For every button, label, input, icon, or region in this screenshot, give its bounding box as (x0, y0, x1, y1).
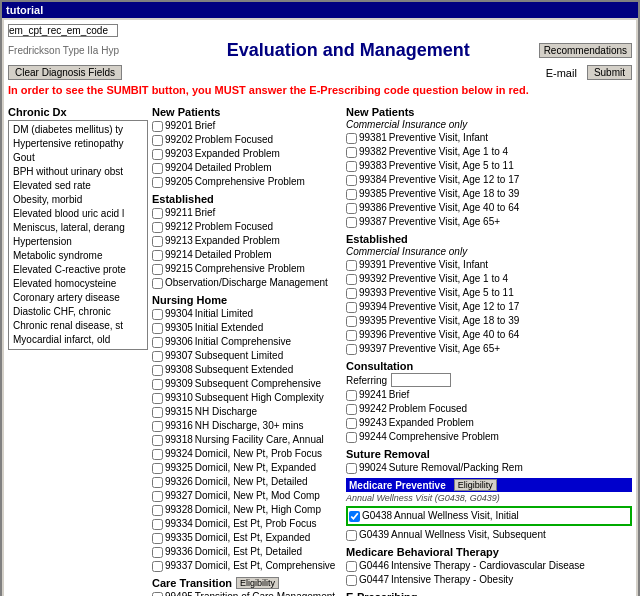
care-transition-label: Care Transition (152, 577, 232, 589)
toolbar-row: Clear Diagnosis Fields E-mail Submit (8, 65, 632, 80)
item-99335[interactable]: 99335Domicil, Est Pt, Expanded (152, 531, 342, 545)
chronic-item-dm[interactable]: DM (diabetes mellitus) ty (11, 123, 145, 137)
referring-input[interactable] (391, 373, 451, 387)
left-header-note: Fredrickson Type IIa Hyp (8, 45, 158, 56)
item-99304[interactable]: 99304Initial Limited (152, 307, 342, 321)
main-content: Fredrickson Type IIa Hyp Evaluation and … (4, 20, 636, 596)
chronic-item-mi[interactable]: Myocardial infarct, old (11, 333, 145, 347)
item-99396[interactable]: 99396Preventive Visit, Age 40 to 64 (346, 328, 632, 342)
item-99328[interactable]: 99328Domicil, New Pt, High Comp (152, 503, 342, 517)
e-prescribing-section: E-Prescribing Was at least one prescript… (346, 591, 632, 596)
chronic-item-homocys[interactable]: Elevated homocysteine (11, 277, 145, 291)
email-label: E-mail (546, 67, 577, 79)
item-99307[interactable]: 99307Subsequent Limited (152, 349, 342, 363)
item-99393[interactable]: 99393Preventive Visit, Age 5 to 11 (346, 286, 632, 300)
referring-label: Referring (346, 375, 387, 386)
item-99326[interactable]: 99326Domicil, New Pt, Detailed (152, 475, 342, 489)
item-99495[interactable]: 99495Transition of Care Management (152, 590, 342, 596)
chronic-item-meniscus[interactable]: Meniscus, lateral, derang (11, 221, 145, 235)
new-patients-right-subheader: Commercial Insurance only (346, 119, 632, 130)
care-transition-eligibility-button[interactable]: Eligibility (236, 577, 279, 589)
chronic-item-cad[interactable]: Coronary artery disease (11, 291, 145, 305)
item-99305[interactable]: 99305Initial Extended (152, 321, 342, 335)
item-99397[interactable]: 99397Preventive Visit, Age 65+ (346, 342, 632, 356)
chronic-dx-box: DM (diabetes mellitus) ty Hypertensive r… (8, 120, 148, 350)
chronic-item-ckd[interactable]: Chronic renal disease, st (11, 319, 145, 333)
item-g0439[interactable]: G0439Annual Wellness Visit, Subsequent (346, 528, 632, 542)
item-99384[interactable]: 99384Preventive Visit, Age 12 to 17 (346, 173, 632, 187)
columns-wrapper: Chronic Dx DM (diabetes mellitus) ty Hyp… (8, 102, 632, 596)
item-99392[interactable]: 99392Preventive Visit, Age 1 to 4 (346, 272, 632, 286)
item-99241[interactable]: 99241Brief (346, 388, 632, 402)
page-title: Evaluation and Management (158, 40, 539, 61)
chronic-item-uric[interactable]: Elevated blood uric acid l (11, 207, 145, 221)
item-99387[interactable]: 99387Preventive Visit, Age 65+ (346, 215, 632, 229)
care-transition-header: Care Transition Eligibility (152, 577, 342, 589)
item-99316[interactable]: 99316NH Discharge, 30+ mins (152, 419, 342, 433)
item-99315[interactable]: 99315NH Discharge (152, 405, 342, 419)
item-99203[interactable]: 99203Expanded Problem (152, 147, 342, 161)
item-g0446[interactable]: G0446Intensive Therapy - Cardiovascular … (346, 559, 632, 573)
chronic-item-obesity[interactable]: Obesity, morbid (11, 193, 145, 207)
medicare-preventive-note: Annual Wellness Visit (G0438, G0439) (346, 492, 632, 504)
item-99212[interactable]: 99212Problem Focused (152, 220, 342, 234)
suture-header: Suture Removal (346, 448, 632, 460)
medicare-preventive-label: Medicare Preventive (349, 480, 446, 491)
item-99336[interactable]: 99336Domicil, Est Pt, Detailed (152, 545, 342, 559)
chronic-item-crp[interactable]: Elevated C-reactive prote (11, 263, 145, 277)
medicare-preventive-header: Medicare Preventive Eligibility (346, 478, 632, 492)
item-99024[interactable]: 99024Suture Removal/Packing Rem (346, 461, 632, 475)
header-row: Fredrickson Type IIa Hyp Evaluation and … (8, 40, 632, 61)
item-99309[interactable]: 99309Subsequent Comprehensive (152, 377, 342, 391)
item-99383[interactable]: 99383Preventive Visit, Age 5 to 11 (346, 159, 632, 173)
item-99215[interactable]: 99215Comprehensive Problem (152, 262, 342, 276)
clear-diagnosis-button[interactable]: Clear Diagnosis Fields (8, 65, 122, 80)
item-99205[interactable]: 99205Comprehensive Problem (152, 175, 342, 189)
item-99327[interactable]: 99327Domicil, New Pt, Mod Comp (152, 489, 342, 503)
lookup-input[interactable] (8, 24, 118, 37)
chronic-item-esr[interactable]: Elevated sed rate (11, 179, 145, 193)
item-99394[interactable]: 99394Preventive Visit, Age 12 to 17 (346, 300, 632, 314)
e-prescribing-title: E-Prescribing (346, 591, 632, 596)
right-panel: New Patients Commercial Insurance only 9… (346, 102, 632, 596)
item-99385[interactable]: 99385Preventive Visit, Age 18 to 39 (346, 187, 632, 201)
item-99202[interactable]: 99202Problem Focused (152, 133, 342, 147)
chronic-item-hyp-ret[interactable]: Hypertensive retinopathy (11, 137, 145, 151)
main-window: tutorial Fredrickson Type IIa Hyp Evalua… (0, 0, 640, 596)
item-obs-dc[interactable]: Observation/Discharge Management (152, 276, 342, 290)
item-99334[interactable]: 99334Domicil, Est Pt, Prob Focus (152, 517, 342, 531)
item-99395[interactable]: 99395Preventive Visit, Age 18 to 39 (346, 314, 632, 328)
item-99382[interactable]: 99382Preventive Visit, Age 1 to 4 (346, 145, 632, 159)
item-99242[interactable]: 99242Problem Focused (346, 402, 632, 416)
medicare-behavioral-header: Medicare Behavioral Therapy (346, 546, 632, 558)
chronic-item-htn[interactable]: Hypertension (11, 235, 145, 249)
item-g0438[interactable]: G0438Annual Wellness Visit, Initial (349, 509, 629, 523)
item-99244[interactable]: 99244Comprehensive Problem (346, 430, 632, 444)
item-99204[interactable]: 99204Detailed Problem (152, 161, 342, 175)
chronic-item-gout[interactable]: Gout (11, 151, 145, 165)
item-99381[interactable]: 99381Preventive Visit, Infant (346, 131, 632, 145)
chronic-item-metabolic[interactable]: Metabolic syndrome (11, 249, 145, 263)
consultation-header: Consultation (346, 360, 632, 372)
g0438-highlighted: G0438Annual Wellness Visit, Initial (346, 506, 632, 526)
item-g0447[interactable]: G0447Intensive Therapy - Obesity (346, 573, 632, 587)
item-99391[interactable]: 99391Preventive Visit, Infant (346, 258, 632, 272)
medicare-eligibility-button[interactable]: Eligibility (454, 479, 497, 491)
chronic-item-bph[interactable]: BPH without urinary obst (11, 165, 145, 179)
item-99213[interactable]: 99213Expanded Problem (152, 234, 342, 248)
recommendations-button[interactable]: Recommendations (539, 43, 632, 58)
item-99201[interactable]: 99201Brief (152, 119, 342, 133)
item-99211[interactable]: 99211Brief (152, 206, 342, 220)
item-99306[interactable]: 99306Initial Comprehensive (152, 335, 342, 349)
item-99324[interactable]: 99324Domicil, New Pt, Prob Focus (152, 447, 342, 461)
item-99243[interactable]: 99243Expanded Problem (346, 416, 632, 430)
submit-button[interactable]: Submit (587, 65, 632, 80)
item-99337[interactable]: 99337Domicil, Est Pt, Comprehensive (152, 559, 342, 573)
item-99214[interactable]: 99214Detailed Problem (152, 248, 342, 262)
item-99386[interactable]: 99386Preventive Visit, Age 40 to 64 (346, 201, 632, 215)
item-99308[interactable]: 99308Subsequent Extended (152, 363, 342, 377)
item-99325[interactable]: 99325Domicil, New Pt, Expanded (152, 461, 342, 475)
chronic-item-chf[interactable]: Diastolic CHF, chronic (11, 305, 145, 319)
item-99318[interactable]: 99318Nursing Facility Care, Annual (152, 433, 342, 447)
item-99310[interactable]: 99310Subsequent High Complexity (152, 391, 342, 405)
